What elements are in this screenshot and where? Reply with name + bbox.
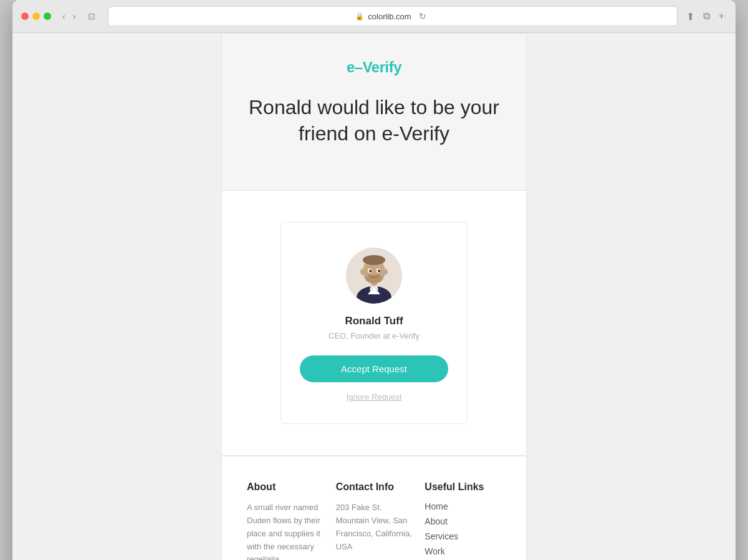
reader-button[interactable]: ⊡ (84, 10, 99, 22)
tab-button[interactable]: ⧉ (701, 9, 712, 23)
avatar (346, 248, 402, 304)
app-logo: e–Verify (347, 59, 401, 76)
accept-button[interactable]: Accept Request (300, 355, 448, 382)
email-header: e–Verify Ronald would like to be your fr… (221, 33, 527, 190)
fullscreen-button[interactable] (44, 12, 51, 20)
footer: About A small river named Duden flows by… (221, 456, 527, 560)
svg-point-8 (360, 269, 365, 275)
invite-heading: Ronald would like to be your friend on e… (241, 95, 507, 147)
footer-grid: About A small river named Duden flows by… (247, 481, 501, 560)
browser-window: ‹ › ⊡ 🔒 colorlib.com ↻ ⬆ ⧉ + e–Verify Ro… (12, 0, 736, 560)
ignore-button[interactable]: Ignore Request (347, 392, 402, 402)
svg-point-15 (365, 274, 383, 283)
svg-point-10 (363, 255, 385, 265)
forward-button[interactable]: › (70, 10, 79, 22)
footer-link-work[interactable]: Work (424, 546, 501, 556)
content-wrapper: e–Verify Ronald would like to be your fr… (12, 33, 736, 560)
address-bar[interactable]: 🔒 colorlib.com ↻ (108, 6, 677, 26)
traffic-lights (21, 12, 51, 20)
email-container: e–Verify Ronald would like to be your fr… (221, 33, 527, 560)
footer-contact: Contact Info 203 Fake St. Mountain View,… (336, 481, 413, 560)
share-button[interactable]: ⬆ (684, 9, 697, 24)
footer-links: Useful Links Home About Services Work (424, 481, 501, 560)
nav-buttons: ‹ › (60, 10, 78, 22)
avatar-image (346, 248, 402, 304)
refresh-button[interactable]: ↻ (415, 10, 430, 22)
footer-about-text: A small river named Duden flows by their… (247, 501, 324, 560)
footer-link-home[interactable]: Home (424, 501, 501, 511)
url-text: colorlib.com (368, 12, 411, 21)
footer-link-about[interactable]: About (424, 516, 501, 526)
footer-about-title: About (247, 481, 324, 493)
user-title: CEO, Founder at e-Verify (328, 331, 420, 340)
svg-point-14 (378, 270, 380, 273)
svg-point-13 (369, 270, 372, 273)
browser-actions: ⬆ ⧉ + (684, 9, 727, 24)
lock-icon: 🔒 (355, 12, 364, 21)
browser-chrome: ‹ › ⊡ 🔒 colorlib.com ↻ ⬆ ⧉ + (12, 0, 736, 33)
email-body: Ronald Tuff CEO, Founder at e-Verify Acc… (221, 190, 527, 456)
footer-contact-address: 203 Fake St. Mountain View, San Francisc… (336, 501, 413, 553)
footer-about: About A small river named Duden flows by… (247, 481, 324, 560)
add-tab-button[interactable]: + (716, 9, 727, 23)
footer-contact-title: Contact Info (336, 481, 413, 493)
footer-link-services[interactable]: Services (424, 531, 501, 541)
close-button[interactable] (21, 12, 29, 20)
user-name: Ronald Tuff (345, 315, 403, 327)
back-button[interactable]: ‹ (60, 10, 68, 22)
footer-links-title: Useful Links (424, 481, 501, 493)
profile-card: Ronald Tuff CEO, Founder at e-Verify Acc… (280, 222, 467, 424)
svg-point-9 (383, 269, 388, 275)
minimize-button[interactable] (32, 12, 40, 20)
